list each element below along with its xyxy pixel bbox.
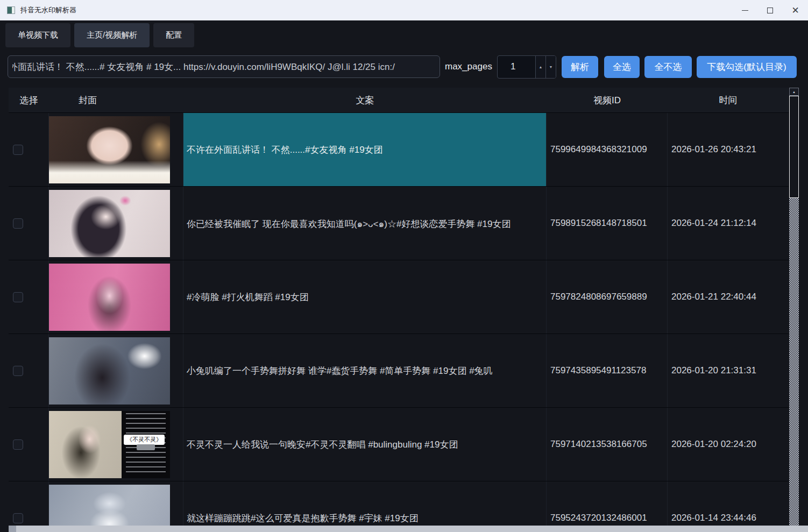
cover-cell xyxy=(49,481,183,526)
spin-up-button[interactable]: ▲ xyxy=(535,56,545,78)
cover-thumbnail[interactable]: 《不灵不灵》 xyxy=(49,411,170,478)
column-header-2[interactable]: 文案 xyxy=(183,94,547,107)
select-cell xyxy=(9,260,49,334)
caption-cell[interactable]: 小兔叽编了一个手势舞拼好舞 谁学#蠢货手势舞 #简单手势舞 #19女团 #兔叽 xyxy=(183,334,547,407)
maximize-button[interactable] xyxy=(757,0,783,20)
table-row: 小兔叽编了一个手势舞拼好舞 谁学#蠢货手势舞 #简单手势舞 #19女团 #兔叽7… xyxy=(9,334,789,408)
parse-button[interactable]: 解析 xyxy=(562,56,598,78)
video-id-cell[interactable]: 7595243720132486001 xyxy=(547,481,668,526)
close-button[interactable]: ✕ xyxy=(783,0,808,20)
cover-thumbnail[interactable] xyxy=(49,190,170,257)
row-checkbox[interactable] xyxy=(13,145,23,155)
select-cell xyxy=(9,113,49,186)
max-pages-label: max_pages xyxy=(445,61,492,72)
video-id-cell[interactable]: 7597824808697659889 xyxy=(547,260,668,334)
column-header-0[interactable]: 选择 xyxy=(9,94,49,107)
download-checked-button[interactable]: 下载勾选(默认目录) xyxy=(697,56,797,78)
vertical-scrollbar-track[interactable] xyxy=(789,198,799,526)
select-cell xyxy=(9,408,49,481)
cover-cell xyxy=(49,334,183,407)
cover-lyrics-panel: 《不灵不灵》 xyxy=(122,411,170,478)
cover-thumbnail[interactable] xyxy=(49,485,170,526)
select-all-button[interactable]: 全选 xyxy=(604,56,640,78)
row-checkbox[interactable] xyxy=(13,292,23,302)
vertical-scrollbar[interactable]: ▲ xyxy=(789,88,799,526)
table-row: 就这样蹦蹦跳跳#这么可爱真是抱歉手势舞 #宇妹 #19女团75952437201… xyxy=(9,481,789,526)
video-id-cell[interactable]: 7597140213538166705 xyxy=(547,408,668,481)
caption-cell[interactable]: 不许在外面乱讲话！ 不然......#女友视角 #19女团 xyxy=(183,113,547,186)
table-row: #冷萌脸 #打火机舞蹈 #19女团75978248086976598892026… xyxy=(9,260,789,334)
tab-1[interactable]: 主页/视频解析 xyxy=(74,23,150,47)
cover-sub-badge xyxy=(137,444,155,450)
row-checkbox[interactable] xyxy=(13,513,23,523)
caption-cell[interactable]: 就这样蹦蹦跳跳#这么可爱真是抱歉手势舞 #宇妹 #19女团 xyxy=(183,481,547,526)
cover-thumbnail[interactable] xyxy=(49,337,170,405)
caption-cell[interactable]: #冷萌脸 #打火机舞蹈 #19女团 xyxy=(183,260,547,334)
window-title: 抖音无水印解析器 xyxy=(20,5,76,15)
spin-down-button[interactable]: ▼ xyxy=(545,56,556,78)
time-cell[interactable]: 2026-01-26 20:43:21 xyxy=(668,113,789,186)
horizontal-scrollbar[interactable] xyxy=(9,526,808,532)
tab-bar: 单视频下载主页/视频解析配置 xyxy=(0,20,808,49)
table-row: 不许在外面乱讲话！ 不然......#女友视角 #19女团75996499843… xyxy=(9,113,789,187)
spin-up-icon: ▲ xyxy=(538,65,542,69)
minimize-button[interactable] xyxy=(732,0,757,20)
time-cell[interactable]: 2026-01-24 21:12:14 xyxy=(668,187,789,260)
video-id-cell[interactable]: 7599649984368321009 xyxy=(547,113,668,186)
app-icon xyxy=(7,6,15,14)
window-controls: ✕ xyxy=(732,0,808,20)
time-cell[interactable]: 2026-01-14 23:44:46 xyxy=(668,481,789,526)
tab-0[interactable]: 单视频下载 xyxy=(5,23,70,47)
caption-cell[interactable]: 不灵不灵一人给我说一句晚安#不灵不灵翻唱 #bulingbuling #19女团 xyxy=(183,408,547,481)
tab-2[interactable]: 配置 xyxy=(153,23,194,47)
video-id-cell[interactable]: 7597435895491123578 xyxy=(547,334,668,407)
toolbar: max_pages 1 ▲ ▼ 解析 全选 全不选 下载勾选(默认目录) xyxy=(8,55,800,79)
time-cell[interactable]: 2026-01-20 21:31:31 xyxy=(668,334,789,407)
deselect-all-button[interactable]: 全不选 xyxy=(644,56,692,78)
cover-thumbnail[interactable] xyxy=(49,264,170,331)
spin-down-icon: ▼ xyxy=(549,65,552,69)
minimize-icon xyxy=(742,10,748,11)
cover-cell xyxy=(49,113,183,186)
max-pages-value: 1 xyxy=(498,56,535,78)
row-checkbox[interactable] xyxy=(13,218,23,229)
cover-cell xyxy=(49,260,183,334)
table-body: 不许在外面乱讲话！ 不然......#女友视角 #19女团75996499843… xyxy=(9,113,789,526)
url-input[interactable] xyxy=(8,55,440,78)
select-cell xyxy=(9,187,49,260)
time-cell[interactable]: 2026-01-21 22:40:44 xyxy=(668,260,789,334)
cover-cell xyxy=(49,187,183,260)
column-header-4[interactable]: 时间 xyxy=(668,94,789,107)
cover-thumbnail[interactable] xyxy=(49,116,170,183)
title-bar: 抖音无水印解析器 ✕ xyxy=(0,0,808,20)
table-row: 《不灵不灵》不灵不灵一人给我说一句晚安#不灵不灵翻唱 #bulingbuling… xyxy=(9,408,789,481)
table-row: 你已经被我催眠了 现在你最喜欢我知道吗(๑>ᴗ<๑)☆#好想谈恋爱手势舞 #19… xyxy=(9,187,789,260)
close-icon: ✕ xyxy=(791,6,799,15)
select-cell xyxy=(9,334,49,407)
horizontal-scrollbar-nub[interactable] xyxy=(9,526,16,532)
video-id-cell[interactable]: 7598915268148718501 xyxy=(547,187,668,260)
scroll-up-button[interactable]: ▲ xyxy=(789,88,799,96)
cover-cell: 《不灵不灵》 xyxy=(49,408,183,481)
scroll-up-icon: ▲ xyxy=(792,90,796,94)
row-checkbox[interactable] xyxy=(13,366,23,376)
cover-title-badge: 《不灵不灵》 xyxy=(124,435,165,445)
row-checkbox[interactable] xyxy=(13,439,23,450)
caption-cell[interactable]: 你已经被我催眠了 现在你最喜欢我知道吗(๑>ᴗ<๑)☆#好想谈恋爱手势舞 #19… xyxy=(183,187,547,260)
column-header-1[interactable]: 封面 xyxy=(49,94,183,107)
time-cell[interactable]: 2026-01-20 02:24:20 xyxy=(668,408,789,481)
vertical-scrollbar-thumb[interactable] xyxy=(789,96,799,198)
select-cell xyxy=(9,481,49,526)
column-header-3[interactable]: 视频ID xyxy=(547,94,668,107)
table-header-row: 选择封面文案视频ID时间 xyxy=(9,88,789,113)
maximize-icon xyxy=(767,8,773,13)
results-table: 选择封面文案视频ID时间 不许在外面乱讲话！ 不然......#女友视角 #19… xyxy=(9,88,799,526)
cover-photo-half xyxy=(49,411,122,478)
max-pages-spinner[interactable]: 1 ▲ ▼ xyxy=(497,55,556,79)
